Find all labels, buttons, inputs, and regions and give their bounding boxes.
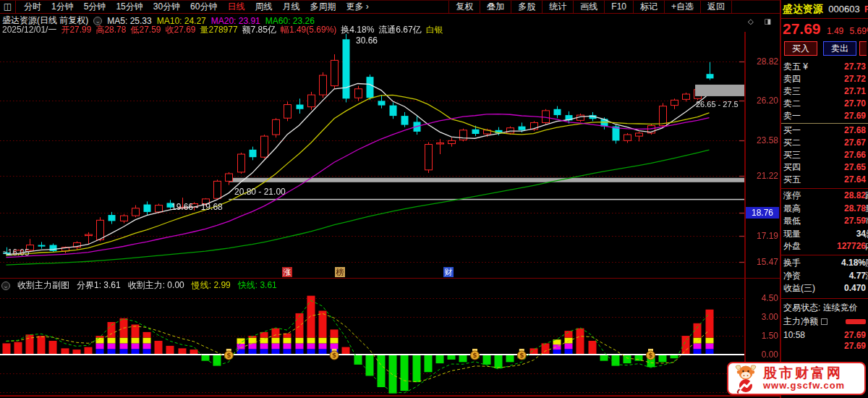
period-menu: 分时 1分钟 5分钟 15分钟 30分钟 60分钟 日线 周线 月线 多周期 更…	[19, 1, 374, 13]
logo-site-url: www.gscfw.com	[763, 381, 845, 391]
main-net-row: 主力净额	[783, 316, 866, 327]
bull-logo-icon	[731, 363, 760, 394]
annotation-range-band: 20.80 - 21.00	[234, 187, 286, 197]
period-item[interactable]: 60分钟	[185, 1, 222, 13]
tool-stats[interactable]: 统计	[542, 1, 573, 13]
y-axis-tick: 28.82	[746, 56, 778, 67]
badge-zhang-icon: 涨	[282, 267, 292, 277]
low-label: 低27.59	[130, 24, 161, 36]
tool-add-watchlist[interactable]: +自选	[664, 1, 700, 13]
stat-low: 最低27.59市	[781, 215, 868, 228]
period-item-more[interactable]: 更多 ›	[341, 1, 373, 13]
period-item[interactable]: 1分钟	[46, 1, 79, 13]
y-axis-tick: 26.20	[746, 96, 778, 106]
ask-row-5[interactable]: 卖五 ¥27.73	[781, 61, 868, 73]
ask-row-3[interactable]: 卖三27.71	[781, 85, 868, 98]
stats2-block: 换手4.18%股 净资4.77流 收益(三)0.470P	[781, 257, 868, 295]
stock-code: 000603	[828, 4, 859, 14]
amount-label: 额7.85亿	[242, 24, 276, 36]
main-price-chart[interactable]	[0, 32, 745, 279]
annotation-range-right: 26.65 - 27.5	[696, 100, 739, 109]
bid-row-4[interactable]: 买四27.65	[781, 161, 868, 174]
stat-limit-up: 涨停28.82跌	[781, 190, 868, 203]
period-item[interactable]: 分时	[19, 1, 46, 13]
main-net-label: 主力净额	[783, 316, 818, 328]
period-item[interactable]: 周线	[250, 1, 277, 13]
sell-button[interactable]: 卖出	[823, 41, 856, 56]
quote-price-2: 27.69	[844, 341, 866, 351]
stat-cur-volume: 现量34总	[781, 228, 868, 241]
divider	[781, 255, 868, 255]
checkbox-icon[interactable]	[821, 318, 827, 325]
quote-price: 27.69	[844, 330, 866, 340]
bid-row-2[interactable]: 买二27.67	[781, 137, 868, 149]
indicator-title: 收割主力副图	[17, 279, 69, 292]
buy-button[interactable]: 买入	[784, 41, 817, 56]
tool-overlay[interactable]: 叠加	[480, 1, 511, 13]
bid-ask-divider	[781, 123, 868, 124]
indicator-slow-line-value: 慢线: 2.99	[192, 279, 231, 292]
ask-row-1[interactable]: 卖一27.69	[781, 110, 868, 122]
bid-row-5[interactable]: 买五27.64	[781, 174, 868, 186]
period-item[interactable]: 5分钟	[79, 1, 111, 13]
bid-row-3[interactable]: 买三27.66	[781, 149, 868, 161]
tool-multistock[interactable]: 多股	[511, 1, 542, 13]
ask-row-2[interactable]: 卖二27.70	[781, 98, 868, 110]
indicator-chart[interactable]	[0, 288, 745, 397]
ask-levels: 卖五 ¥27.73 卖四27.72 卖三27.71 卖二27.70 卖一27.6…	[781, 61, 868, 122]
turnover-label: 换4.18%	[341, 24, 374, 36]
last-price: 27.69	[783, 20, 821, 37]
divider	[781, 188, 868, 189]
price-row-2: 27.69	[783, 341, 866, 351]
ind-axis-tick: 4.50	[746, 293, 778, 303]
open-label: 开27.99	[61, 24, 91, 36]
float-label: 流通6.67亿	[378, 24, 421, 36]
panel-toggle-icon[interactable]: ◫	[0, 1, 16, 13]
cutoff-button[interactable]	[859, 41, 867, 56]
stat-high: 最高28.78量	[781, 203, 868, 216]
bottom-border	[0, 395, 780, 397]
ind-axis-tick: 3.00	[746, 312, 778, 322]
tool-mark[interactable]: 标记	[633, 1, 664, 13]
period-item-active[interactable]: 日线	[222, 1, 250, 13]
stock-title: 盛达资源 000603 R	[783, 3, 868, 16]
stats-block: 涨停28.82跌 最高28.78量 最低27.59市 现量34总 外盘12772…	[781, 190, 868, 253]
y-axis-tick: 23.58	[746, 135, 778, 145]
tool-fuquan[interactable]: 复权	[448, 1, 480, 13]
date-label: 2025/12/01/一	[2, 24, 56, 36]
tool-back[interactable]: 返回	[700, 1, 732, 13]
period-item[interactable]: 多周期	[305, 1, 341, 13]
y-axis-tick-highlighted: 18.76	[746, 207, 779, 219]
y-axis-tick: 21.22	[746, 171, 778, 181]
stat-turnover-rate: 换手4.18%股	[781, 257, 868, 270]
ask-row-4[interactable]: 卖四27.72	[781, 73, 868, 85]
divider	[781, 298, 868, 299]
tool-f10[interactable]: F10	[604, 1, 633, 13]
indicator-header: ⌄ 收割主力副图 分界1: 3.61 收割主力: 0.00 慢线: 2.99 快…	[1, 279, 277, 292]
logo-site-name: 股市财富网	[763, 366, 845, 381]
top-menu-bar: ◫ 分时 1分钟 5分钟 15分钟 30分钟 60分钟 日线 周线 月线 多周期…	[0, 0, 780, 14]
net-inflow-bar	[846, 319, 866, 324]
annotation-low-price: ≈16.05	[3, 247, 30, 258]
range-label: 幅1.49(5.69%)	[281, 24, 336, 36]
trade-buttons: 买入 卖出	[784, 41, 867, 56]
indicator-param: 收割主力: 0.00	[128, 279, 184, 292]
annotation-peak-price: 30.66	[356, 35, 378, 46]
y-axis-tick: 17.19	[746, 231, 778, 241]
period-item[interactable]: 30分钟	[148, 1, 185, 13]
chart-style-icons[interactable]: ◇ ◨	[748, 17, 775, 25]
period-item[interactable]: 月线	[277, 1, 305, 13]
bid-row-1[interactable]: 买一27.68	[781, 124, 868, 137]
tool-drawline[interactable]: 画线	[573, 1, 604, 13]
quote-time: 10:58	[783, 330, 805, 340]
price-block: 27.69 1.49 5.69%	[783, 20, 868, 38]
collapse-chevron-icon[interactable]: ⌄	[1, 281, 10, 290]
y-axis-tick: 15.47	[746, 257, 778, 267]
period-item[interactable]: 15分钟	[111, 1, 148, 13]
sector-label: 白银	[426, 24, 443, 36]
tools-menu: 复权 叠加 多股 统计 画线 F10 标记 +自选 返回	[448, 1, 732, 13]
stat-net-assets: 净资4.77流	[781, 270, 868, 283]
close-label: 收27.69	[166, 24, 196, 36]
app-window: ◫ 分时 1分钟 5分钟 15分钟 30分钟 60分钟 日线 周线 月线 多周期…	[0, 0, 868, 398]
quote-panel: 盛达资源 000603 R 27.69 1.49 5.69% 买入 卖出 卖五 …	[781, 0, 868, 398]
